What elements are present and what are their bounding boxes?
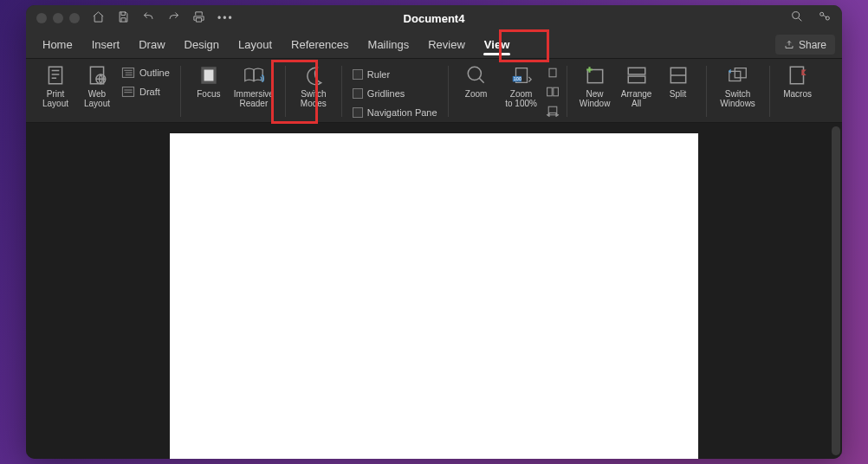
svg-point-18 [468,67,481,80]
scrollbar[interactable] [832,126,840,455]
group-switch-windows: Switch Windows [710,62,766,120]
svg-rect-3 [49,67,62,84]
save-icon[interactable] [117,10,130,27]
group-zoom: Zoom 100 Zoom to 100% [452,62,563,120]
tab-home[interactable]: Home [33,31,82,58]
gridlines-checkbox[interactable]: Gridlines [349,85,441,102]
zoom-button[interactable]: Zoom [456,62,497,99]
one-page-icon [546,67,560,79]
ribbon: Print Layout Web Layout Outline Draft [26,59,842,123]
home-icon[interactable] [92,10,105,27]
more-icon[interactable]: ••• [217,12,234,24]
zoom-100-icon: 100 [510,64,533,87]
share-button-label: Share [799,39,826,51]
split-icon [667,64,690,87]
new-window-button[interactable]: New Window [574,62,616,108]
undo-icon[interactable] [142,10,155,27]
tab-mailings[interactable]: Mailings [359,31,419,58]
magnifier-icon [465,64,488,87]
svg-rect-33 [790,67,803,84]
zoom-100-button[interactable]: 100 Zoom to 100% [497,62,546,108]
arrange-all-button[interactable]: Arrange All [616,62,657,108]
multi-page-icon [546,86,560,98]
redo-icon[interactable] [167,10,180,27]
app-window: ••• Document4 Home Insert Draw Design La… [26,5,842,459]
arrange-all-icon [625,64,648,87]
ruler-checkbox[interactable]: Ruler [349,66,441,83]
group-window: New Window Arrange All Split [571,62,703,120]
print-layout-icon [44,64,67,87]
share-button[interactable]: Share [775,35,835,55]
svg-rect-27 [628,68,645,74]
moon-icon [302,64,325,87]
page-width-icon [546,105,560,117]
print-layout-button[interactable]: Print Layout [35,62,76,108]
page-width-button[interactable] [546,102,560,119]
macros-icon [787,64,809,87]
group-show: Ruler Gridlines Navigation Pane [346,62,444,120]
draft-icon [121,86,135,98]
one-page-button[interactable] [546,64,560,81]
draft-button[interactable]: Draft [118,83,173,100]
svg-rect-25 [548,106,557,113]
tab-view[interactable]: View [475,31,519,58]
checkbox-icon [353,88,363,99]
titlebar: ••• Document4 [26,5,842,31]
tab-review[interactable]: Review [418,31,475,58]
tab-references[interactable]: References [282,31,358,58]
focus-icon [198,64,220,87]
group-switch-modes: Switch Modes [289,62,338,120]
immersive-reader-icon [243,64,265,87]
outline-icon [121,67,135,79]
ribbon-tabs: Home Insert Draw Design Layout Reference… [26,31,842,59]
tab-draw[interactable]: Draw [129,31,174,58]
svg-rect-23 [547,87,552,96]
checkbox-icon [353,69,363,80]
tab-design[interactable]: Design [175,31,229,58]
group-macros: Macros [774,62,822,120]
navigation-pane-checkbox[interactable]: Navigation Pane [349,104,441,121]
minimize-dot[interactable] [53,13,63,23]
macros-button[interactable]: Macros [777,62,819,99]
page[interactable] [170,133,698,459]
window-controls[interactable] [36,13,80,23]
multi-page-button[interactable] [546,83,560,100]
checkbox-icon [353,107,363,118]
svg-text:100: 100 [513,77,521,82]
zoom-dot[interactable] [69,13,80,23]
svg-rect-17 [204,70,213,81]
svg-rect-22 [549,68,556,77]
print-icon[interactable] [192,10,205,27]
share-quick-icon[interactable] [818,10,832,27]
split-button[interactable]: Split [657,62,699,99]
switch-windows-button[interactable]: Switch Windows [714,62,762,108]
switch-modes-button[interactable]: Switch Modes [293,62,334,108]
svg-rect-28 [628,76,645,83]
share-icon [784,40,794,50]
group-views: Print Layout Web Layout Outline Draft [31,62,177,120]
document-area[interactable] [26,123,842,459]
close-dot[interactable] [36,13,47,23]
group-immersive: Focus Immersive Reader [185,62,282,120]
focus-button[interactable]: Focus [188,62,230,99]
search-icon[interactable] [790,10,804,27]
outline-button[interactable]: Outline [118,64,173,81]
svg-rect-13 [122,87,133,97]
tab-insert[interactable]: Insert [82,31,130,58]
web-layout-button[interactable]: Web Layout [76,62,118,108]
svg-rect-24 [553,87,558,96]
svg-point-0 [793,12,800,19]
quick-access-toolbar: ••• [92,10,234,27]
web-layout-icon [86,64,108,87]
switch-windows-icon [727,64,749,87]
immersive-reader-button[interactable]: Immersive Reader [230,62,278,108]
tab-layout[interactable]: Layout [229,31,282,58]
new-window-icon [584,64,606,87]
